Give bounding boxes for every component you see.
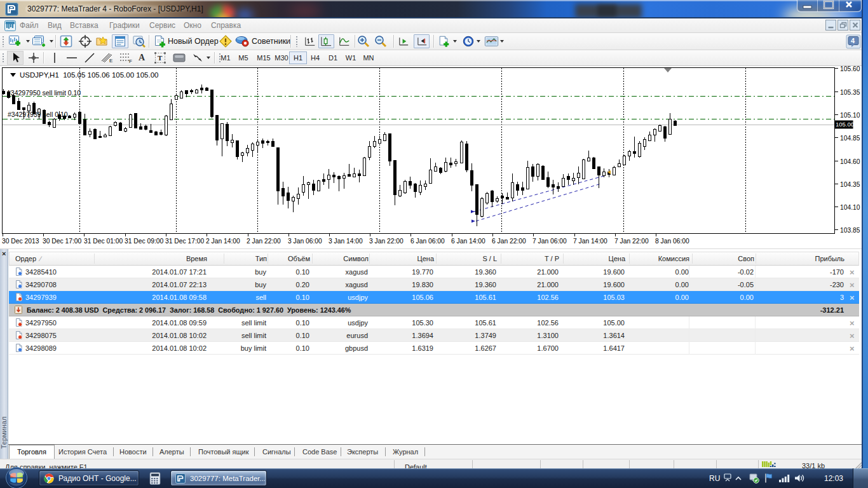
svg-text:105.00: 105.00 (836, 121, 854, 128)
svg-text:31 Dec 09:00: 31 Dec 09:00 (125, 238, 164, 245)
svg-text:30 Dec 2013: 30 Dec 2013 (2, 238, 39, 245)
svg-text:7 Jan 14:00: 7 Jan 14:00 (573, 238, 607, 245)
svg-text:3 Jan 14:00: 3 Jan 14:00 (329, 238, 363, 245)
svg-text:105.35: 105.35 (840, 89, 860, 96)
svg-text:104.85: 104.85 (840, 135, 860, 142)
svg-text:3 Jan 06:00: 3 Jan 06:00 (288, 238, 322, 245)
svg-text:#34297939 sell 0.10: #34297939 sell 0.10 (8, 111, 68, 118)
svg-text:105.10: 105.10 (840, 112, 860, 119)
svg-text:3 Jan 22:00: 3 Jan 22:00 (369, 238, 403, 245)
svg-text:#34297950 sell limit 0.10: #34297950 sell limit 0.10 (7, 89, 81, 97)
svg-text:8 Jan 06:00: 8 Jan 06:00 (655, 238, 689, 245)
svg-text:105.60: 105.60 (840, 65, 860, 72)
svg-text:31 Dec 17:00: 31 Dec 17:00 (165, 238, 205, 245)
svg-text:6 Jan 06:00: 6 Jan 06:00 (410, 238, 445, 245)
svg-text:6 Jan 22:00: 6 Jan 22:00 (492, 238, 526, 245)
svg-text:2 Jan 14:00: 2 Jan 14:00 (206, 238, 240, 245)
svg-text:104.35: 104.35 (840, 181, 860, 188)
svg-text:30 Dec 17:00: 30 Dec 17:00 (43, 238, 82, 245)
svg-text:31 Dec 01:00: 31 Dec 01:00 (84, 238, 123, 245)
svg-text:104.60: 104.60 (840, 158, 860, 165)
svg-text:6 Jan 14:00: 6 Jan 14:00 (451, 238, 485, 245)
svg-text:104.10: 104.10 (840, 204, 860, 211)
svg-text:7 Jan 22:00: 7 Jan 22:00 (614, 238, 649, 245)
svg-text:2 Jan 22:00: 2 Jan 22:00 (247, 238, 281, 245)
svg-text:USDJPY,H1 105.05 105.06 105.0: USDJPY,H1 105.05 105.06 105.00 105.00 (20, 71, 158, 79)
svg-text:103.85: 103.85 (840, 227, 860, 234)
svg-text:7 Jan 06:00: 7 Jan 06:00 (532, 238, 567, 245)
